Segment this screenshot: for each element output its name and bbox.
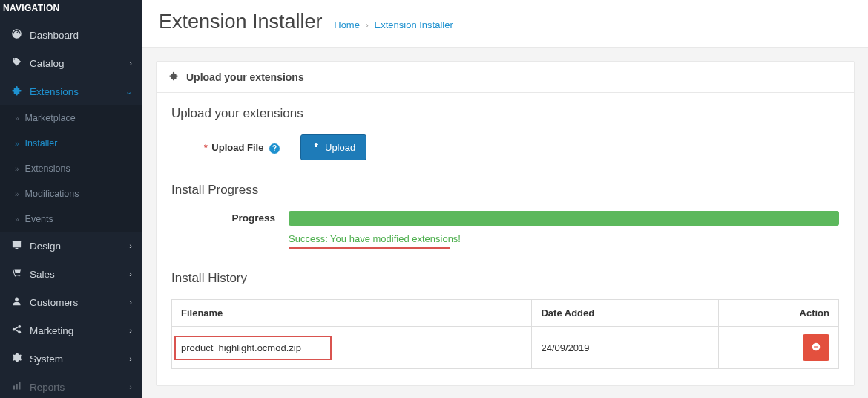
- sidebar: NAVIGATION Dashboard Catalog › Extension…: [0, 0, 142, 398]
- nav-label: Modifications: [25, 189, 79, 199]
- upload-button-label: Upload: [325, 142, 355, 153]
- sub-arrow-icon: »: [15, 165, 19, 173]
- svg-rect-6: [13, 386, 15, 390]
- breadcrumb-current[interactable]: Extension Installer: [375, 19, 453, 30]
- required-mark: *: [204, 142, 208, 153]
- sidebar-sub-extensions-list[interactable]: » Extensions: [0, 156, 142, 181]
- chevron-right-icon: ›: [129, 59, 132, 68]
- nav-label: Catalog: [30, 58, 65, 69]
- upload-button[interactable]: Upload: [300, 134, 366, 160]
- breadcrumb-home[interactable]: Home: [334, 19, 360, 30]
- sidebar-item-sales[interactable]: Sales ›: [0, 260, 142, 288]
- panel-body: Upload your extensions * Upload File ? U…: [157, 93, 854, 385]
- chevron-right-icon: ›: [129, 354, 132, 363]
- svg-rect-1: [15, 248, 18, 249]
- nav-label: Events: [25, 214, 53, 224]
- progress-bar: [289, 211, 839, 226]
- progress-section-title: Install Progress: [171, 183, 839, 198]
- table-header-row: Filename Date Added Action: [172, 300, 839, 327]
- sidebar-item-extensions[interactable]: Extensions ⌄: [0, 77, 142, 105]
- progress-label: Progress: [171, 211, 289, 224]
- main-panel: Upload your extensions Upload your exten…: [156, 61, 855, 386]
- progress-message: Success: You have modified extensions!: [289, 233, 461, 244]
- svg-point-2: [15, 298, 19, 301]
- filename-text: product_highlight.ocmod.zip: [181, 342, 301, 353]
- table-row: product_highlight.ocmod.zip 24/09/2019: [172, 327, 839, 369]
- progress-row: Progress Success: You have modified exte…: [171, 211, 839, 249]
- nav-label: Customers: [30, 297, 78, 308]
- upload-icon: [312, 142, 320, 153]
- chart-icon: [10, 380, 22, 394]
- chevron-right-icon: ›: [129, 270, 132, 278]
- sidebar-item-dashboard[interactable]: Dashboard: [0, 21, 142, 49]
- col-date: Date Added: [532, 300, 719, 327]
- cell-date: 24/09/2019: [532, 327, 719, 369]
- help-icon[interactable]: ?: [269, 143, 280, 154]
- progress-block: Success: You have modified extensions!: [289, 211, 839, 249]
- design-icon: [10, 239, 22, 252]
- chevron-right-icon: ›: [129, 382, 132, 391]
- nav-label: Reports: [30, 382, 65, 393]
- sub-arrow-icon: »: [15, 140, 19, 148]
- highlight-underline: [289, 247, 450, 249]
- sidebar-item-catalog[interactable]: Catalog ›: [0, 49, 142, 77]
- sidebar-sub-events[interactable]: » Events: [0, 206, 142, 232]
- nav-label: Design: [30, 241, 61, 252]
- upload-label: * Upload File ?: [203, 142, 280, 154]
- tag-icon: [10, 56, 22, 70]
- sidebar-item-marketing[interactable]: Marketing ›: [0, 316, 142, 345]
- svg-rect-10: [814, 346, 818, 347]
- nav-label: Extensions: [30, 86, 79, 97]
- chevron-right-icon: ›: [129, 241, 132, 250]
- history-table: Filename Date Added Action product_highl…: [171, 299, 839, 369]
- upload-section-title: Upload your extensions: [171, 106, 839, 121]
- svg-rect-0: [12, 241, 20, 248]
- panel-title: Upload your extensions: [186, 71, 304, 83]
- sidebar-item-customers[interactable]: Customers ›: [0, 288, 142, 316]
- puzzle-icon: [10, 85, 22, 98]
- page-title: Extension Installer: [159, 10, 323, 33]
- nav-header: NAVIGATION: [0, 0, 142, 21]
- content-area: Upload your extensions Upload your exten…: [142, 48, 868, 398]
- user-icon: [10, 296, 22, 309]
- svg-rect-7: [16, 384, 18, 390]
- cart-icon: [10, 267, 22, 281]
- col-action: Action: [719, 300, 839, 327]
- puzzle-icon: [168, 71, 179, 83]
- nav-label: Marketing: [30, 325, 73, 336]
- nav-label: Sales: [30, 269, 55, 280]
- cell-action: [719, 327, 839, 369]
- sub-arrow-icon: »: [15, 215, 19, 224]
- breadcrumb-sep: ›: [366, 19, 369, 30]
- breadcrumb: Home › Extension Installer: [334, 19, 453, 30]
- delete-button[interactable]: [803, 334, 829, 361]
- chevron-right-icon: ›: [129, 326, 132, 335]
- sidebar-item-reports[interactable]: Reports ›: [0, 373, 142, 398]
- col-filename: Filename: [172, 300, 532, 327]
- sub-arrow-icon: »: [15, 114, 19, 123]
- minus-circle-icon: [811, 342, 821, 354]
- upload-label-text: Upload File: [211, 142, 263, 153]
- chevron-down-icon: ⌄: [125, 87, 132, 97]
- sub-arrow-icon: »: [15, 190, 19, 198]
- panel-header: Upload your extensions: [157, 62, 854, 93]
- nav-label: Extensions: [25, 163, 70, 174]
- nav-label: Dashboard: [30, 30, 79, 41]
- sidebar-sub-marketplace[interactable]: » Marketplace: [0, 105, 142, 131]
- sidebar-sub-modifications[interactable]: » Modifications: [0, 181, 142, 206]
- chevron-right-icon: ›: [129, 298, 132, 307]
- upload-row: * Upload File ? Upload: [203, 134, 839, 160]
- dashboard-icon: [10, 28, 22, 42]
- nav-label: System: [30, 353, 63, 365]
- sidebar-sub-installer[interactable]: » Installer: [0, 131, 142, 156]
- history-section-title: Install History: [171, 271, 839, 286]
- page-header: Extension Installer Home › Extension Ins…: [142, 0, 868, 48]
- gear-icon: [10, 352, 22, 365]
- sidebar-item-system[interactable]: System ›: [0, 345, 142, 373]
- sidebar-sub-extensions: » Marketplace » Installer » Extensions »…: [0, 105, 142, 232]
- share-icon: [10, 324, 22, 337]
- sidebar-item-design[interactable]: Design ›: [0, 232, 142, 260]
- main-content: Extension Installer Home › Extension Ins…: [142, 0, 868, 398]
- svg-rect-8: [19, 382, 21, 390]
- nav-label: Installer: [25, 138, 58, 149]
